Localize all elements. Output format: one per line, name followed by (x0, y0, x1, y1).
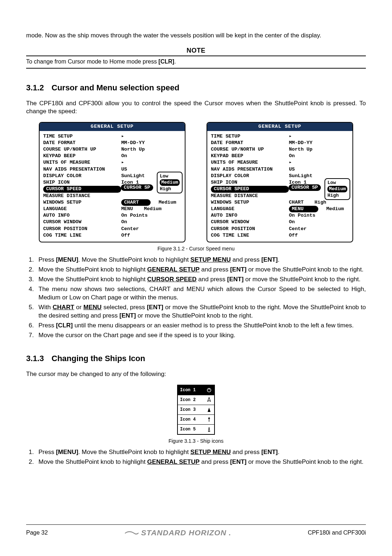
intro-text: mode. Now as the ship moves through the … (26, 32, 366, 40)
cursor-speed-highlight: CURSOR SPEED (43, 186, 121, 192)
step-item: Press [MENU]. Move the ShuttlePoint knob… (36, 256, 366, 264)
section-313-title: Changing the Ships Icon (52, 354, 145, 363)
ship-icons-box: Icon 1 Icon 2 Icon 3 Icon 4 Icon 5 (177, 385, 215, 435)
note-box: To change from Cursor mode to Home mode … (26, 56, 366, 69)
section-312-heading: 3.1.2Cursor and Menu selection speed (26, 82, 366, 93)
menu-screenshots: GENERAL SETUP TIME SETUP▸ DATE FORMATMM-… (26, 122, 366, 242)
step-item: With CHART or MENU selected, press [ENT]… (36, 303, 366, 320)
ship-icon-5: Icon 5 (178, 425, 214, 434)
ship-icon-4-svg (206, 417, 212, 422)
ship-icon-3-svg (206, 407, 212, 413)
brand-logo-icon (124, 529, 139, 537)
note-title: NOTE (26, 46, 366, 55)
section-313-heading: 3.1.3Changing the Ships Icon (26, 353, 366, 364)
step-item: The menu now shows two selections, CHART… (36, 285, 366, 302)
figure-313-caption: Figure 3.1.3 - Ship icons (26, 438, 366, 445)
ship-icon-4: Icon 4 (178, 415, 214, 425)
ship-icon-2-svg (206, 397, 212, 403)
section-312-title: Cursor and Menu selection speed (52, 83, 179, 92)
step-item: Move the ShuttlePoint knob to highlight … (36, 458, 366, 466)
ship-icon-3: Icon 3 (178, 405, 214, 415)
popup-left: Low Medium High (157, 172, 183, 194)
menu-title-left: GENERAL SETUP (40, 123, 185, 131)
menu-title-right: GENERAL SETUP (207, 123, 352, 131)
step-item: Press [MENU]. Move the ShuttlePoint knob… (36, 448, 366, 457)
svg-marker-4 (208, 417, 210, 419)
ship-icon-1: Icon 1 (178, 385, 214, 395)
step-item: Move the ShuttlePoint knob to highlight … (36, 266, 366, 274)
note-body-2: . (174, 58, 176, 65)
note-body-1: To change from Cursor mode to Home mode … (26, 58, 159, 65)
section-313-lead: The cursor may be changed to any of the … (26, 370, 366, 379)
ship-icon-5-svg (206, 426, 212, 432)
footer-brand: STANDARD HORIZON. (124, 528, 231, 538)
steps-312: Press [MENU]. Move the ShuttlePoint knob… (26, 256, 366, 339)
footer-brand-text: STANDARD HORIZON (141, 528, 226, 538)
svg-marker-2 (208, 408, 211, 412)
ship-icon-1-svg (206, 387, 212, 393)
figure-312-caption: Figure 3.1.2 - Cursor Speed menu (26, 245, 366, 252)
steps-313: Press [MENU]. Move the ShuttlePoint knob… (26, 448, 366, 466)
step-item: Press [CLR] until the menu disappears or… (36, 322, 366, 330)
note-key: [CLR] (159, 58, 175, 65)
menu-pill: MENU (289, 206, 318, 212)
footer-model: CPF180i and CPF300i (308, 529, 366, 537)
step-item: Move the cursor on the Chart page and se… (36, 331, 366, 340)
chart-pill: CHART (121, 199, 151, 206)
footer-page: Page 32 (26, 529, 48, 537)
menu-box-right: GENERAL SETUP TIME SETUP▸ DATE FORMATMM-… (207, 122, 353, 242)
ship-icon-2: Icon 2 (178, 395, 214, 405)
step-item: Move the ShuttlePoint knob to highlight … (36, 275, 366, 284)
section-312-lead: The CPF180i and CPF300i allow you to con… (26, 99, 366, 116)
section-312-num: 3.1.2 (26, 82, 52, 93)
section-313-num: 3.1.3 (26, 353, 52, 364)
popup-right: Low Medium High (324, 178, 350, 200)
menu-box-left: GENERAL SETUP TIME SETUP▸ DATE FORMATMM-… (39, 122, 185, 242)
page-footer: Page 32 STANDARD HORIZON. CPF180i and CP… (26, 524, 366, 538)
